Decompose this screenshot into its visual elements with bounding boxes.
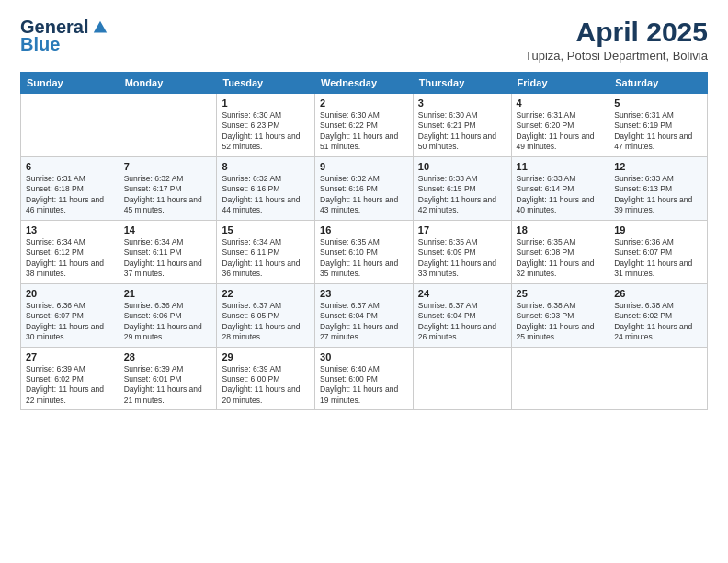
cell-info: Sunrise: 6:34 AM Sunset: 6:11 PM Dayligh… bbox=[124, 237, 212, 280]
cell-info: Sunrise: 6:30 AM Sunset: 6:22 PM Dayligh… bbox=[320, 110, 408, 153]
day-number: 4 bbox=[517, 98, 605, 109]
calendar-cell: 4Sunrise: 6:31 AM Sunset: 6:20 PM Daylig… bbox=[511, 94, 609, 157]
cell-info: Sunrise: 6:31 AM Sunset: 6:20 PM Dayligh… bbox=[517, 110, 605, 153]
cell-info: Sunrise: 6:32 AM Sunset: 6:17 PM Dayligh… bbox=[124, 174, 212, 216]
day-number: 29 bbox=[222, 351, 310, 362]
day-number: 15 bbox=[222, 224, 310, 236]
day-number: 17 bbox=[418, 224, 506, 236]
cell-info: Sunrise: 6:33 AM Sunset: 6:15 PM Dayligh… bbox=[418, 174, 506, 216]
calendar-cell: 21Sunrise: 6:36 AM Sunset: 6:06 PM Dayli… bbox=[119, 283, 217, 347]
calendar-cell: 17Sunrise: 6:35 AM Sunset: 6:09 PM Dayli… bbox=[413, 220, 511, 283]
logo-blue-text: Blue bbox=[20, 34, 60, 55]
calendar-cell: 1Sunrise: 6:30 AM Sunset: 6:23 PM Daylig… bbox=[217, 94, 315, 157]
day-number: 26 bbox=[614, 288, 702, 299]
cell-info: Sunrise: 6:31 AM Sunset: 6:18 PM Dayligh… bbox=[26, 174, 114, 216]
week-row-3: 13Sunrise: 6:34 AM Sunset: 6:12 PM Dayli… bbox=[21, 220, 708, 283]
day-number: 1 bbox=[222, 98, 310, 109]
day-number: 30 bbox=[320, 351, 408, 362]
calendar-cell bbox=[413, 347, 511, 410]
cell-info: Sunrise: 6:32 AM Sunset: 6:16 PM Dayligh… bbox=[222, 174, 310, 216]
cell-info: Sunrise: 6:35 AM Sunset: 6:09 PM Dayligh… bbox=[418, 237, 506, 280]
day-number: 24 bbox=[418, 288, 506, 299]
page: General Blue April 2025 Tupiza, Potosi D… bbox=[0, 0, 728, 563]
calendar-cell: 16Sunrise: 6:35 AM Sunset: 6:10 PM Dayli… bbox=[315, 220, 414, 283]
day-number: 7 bbox=[124, 161, 212, 172]
calendar-cell: 30Sunrise: 6:40 AM Sunset: 6:00 PM Dayli… bbox=[315, 347, 414, 410]
calendar-cell: 13Sunrise: 6:34 AM Sunset: 6:12 PM Dayli… bbox=[21, 220, 119, 283]
calendar-cell: 18Sunrise: 6:35 AM Sunset: 6:08 PM Dayli… bbox=[511, 220, 609, 283]
month-title: April 2025 bbox=[525, 17, 708, 47]
calendar-cell: 10Sunrise: 6:33 AM Sunset: 6:15 PM Dayli… bbox=[413, 156, 511, 220]
week-row-1: 1Sunrise: 6:30 AM Sunset: 6:23 PM Daylig… bbox=[21, 94, 708, 157]
calendar-cell: 23Sunrise: 6:37 AM Sunset: 6:04 PM Dayli… bbox=[315, 283, 414, 347]
logo-icon bbox=[92, 19, 108, 36]
cell-info: Sunrise: 6:33 AM Sunset: 6:14 PM Dayligh… bbox=[517, 174, 605, 216]
calendar-cell: 7Sunrise: 6:32 AM Sunset: 6:17 PM Daylig… bbox=[119, 156, 217, 220]
weekday-header-thursday: Thursday bbox=[413, 73, 511, 94]
cell-info: Sunrise: 6:33 AM Sunset: 6:13 PM Dayligh… bbox=[614, 174, 702, 216]
day-number: 2 bbox=[320, 98, 408, 109]
day-number: 27 bbox=[26, 351, 114, 362]
cell-info: Sunrise: 6:31 AM Sunset: 6:19 PM Dayligh… bbox=[614, 110, 702, 153]
calendar-cell: 22Sunrise: 6:37 AM Sunset: 6:05 PM Dayli… bbox=[217, 283, 315, 347]
logo: General Blue bbox=[20, 17, 108, 55]
calendar-table: SundayMondayTuesdayWednesdayThursdayFrid… bbox=[20, 72, 708, 410]
calendar-cell: 27Sunrise: 6:39 AM Sunset: 6:02 PM Dayli… bbox=[21, 347, 119, 410]
calendar-cell: 19Sunrise: 6:36 AM Sunset: 6:07 PM Dayli… bbox=[609, 220, 708, 283]
day-number: 20 bbox=[26, 288, 114, 299]
day-number: 19 bbox=[614, 224, 702, 236]
cell-info: Sunrise: 6:36 AM Sunset: 6:07 PM Dayligh… bbox=[26, 301, 114, 343]
cell-info: Sunrise: 6:36 AM Sunset: 6:06 PM Dayligh… bbox=[124, 301, 212, 343]
day-number: 13 bbox=[26, 224, 114, 236]
title-block: April 2025 Tupiza, Potosi Department, Bo… bbox=[525, 17, 708, 63]
day-number: 5 bbox=[614, 98, 702, 109]
weekday-header-saturday: Saturday bbox=[609, 73, 708, 94]
week-row-5: 27Sunrise: 6:39 AM Sunset: 6:02 PM Dayli… bbox=[21, 347, 708, 410]
calendar-cell: 9Sunrise: 6:32 AM Sunset: 6:16 PM Daylig… bbox=[315, 156, 414, 220]
calendar-cell: 14Sunrise: 6:34 AM Sunset: 6:11 PM Dayli… bbox=[119, 220, 217, 283]
calendar-cell: 2Sunrise: 6:30 AM Sunset: 6:22 PM Daylig… bbox=[315, 94, 414, 157]
day-number: 14 bbox=[124, 224, 212, 236]
day-number: 21 bbox=[124, 288, 212, 299]
calendar-cell: 26Sunrise: 6:38 AM Sunset: 6:02 PM Dayli… bbox=[609, 283, 708, 347]
weekday-header-monday: Monday bbox=[119, 73, 217, 94]
day-number: 3 bbox=[418, 98, 506, 109]
day-number: 12 bbox=[614, 161, 702, 172]
calendar-cell: 12Sunrise: 6:33 AM Sunset: 6:13 PM Dayli… bbox=[609, 156, 708, 220]
day-number: 6 bbox=[26, 161, 114, 172]
weekday-header-row: SundayMondayTuesdayWednesdayThursdayFrid… bbox=[21, 73, 708, 94]
calendar-cell: 6Sunrise: 6:31 AM Sunset: 6:18 PM Daylig… bbox=[21, 156, 119, 220]
calendar-cell bbox=[511, 347, 609, 410]
calendar-cell: 25Sunrise: 6:38 AM Sunset: 6:03 PM Dayli… bbox=[511, 283, 609, 347]
cell-info: Sunrise: 6:30 AM Sunset: 6:23 PM Dayligh… bbox=[222, 110, 310, 153]
header: General Blue April 2025 Tupiza, Potosi D… bbox=[20, 17, 708, 63]
cell-info: Sunrise: 6:34 AM Sunset: 6:12 PM Dayligh… bbox=[26, 237, 114, 280]
day-number: 9 bbox=[320, 161, 408, 172]
cell-info: Sunrise: 6:35 AM Sunset: 6:08 PM Dayligh… bbox=[517, 237, 605, 280]
cell-info: Sunrise: 6:35 AM Sunset: 6:10 PM Dayligh… bbox=[320, 237, 408, 280]
day-number: 28 bbox=[124, 351, 212, 362]
calendar-cell: 20Sunrise: 6:36 AM Sunset: 6:07 PM Dayli… bbox=[21, 283, 119, 347]
day-number: 10 bbox=[418, 161, 506, 172]
weekday-header-sunday: Sunday bbox=[21, 73, 119, 94]
cell-info: Sunrise: 6:37 AM Sunset: 6:05 PM Dayligh… bbox=[222, 301, 310, 343]
calendar-cell: 3Sunrise: 6:30 AM Sunset: 6:21 PM Daylig… bbox=[413, 94, 511, 157]
location-subtitle: Tupiza, Potosi Department, Bolivia bbox=[525, 49, 708, 63]
day-number: 23 bbox=[320, 288, 408, 299]
cell-info: Sunrise: 6:37 AM Sunset: 6:04 PM Dayligh… bbox=[418, 301, 506, 343]
calendar-cell: 29Sunrise: 6:39 AM Sunset: 6:00 PM Dayli… bbox=[217, 347, 315, 410]
day-number: 16 bbox=[320, 224, 408, 236]
day-number: 8 bbox=[222, 161, 310, 172]
calendar-cell: 11Sunrise: 6:33 AM Sunset: 6:14 PM Dayli… bbox=[511, 156, 609, 220]
day-number: 25 bbox=[517, 288, 605, 299]
weekday-header-wednesday: Wednesday bbox=[315, 73, 414, 94]
cell-info: Sunrise: 6:39 AM Sunset: 6:01 PM Dayligh… bbox=[124, 364, 212, 407]
weekday-header-tuesday: Tuesday bbox=[217, 73, 315, 94]
day-number: 18 bbox=[517, 224, 605, 236]
calendar-cell: 8Sunrise: 6:32 AM Sunset: 6:16 PM Daylig… bbox=[217, 156, 315, 220]
day-number: 22 bbox=[222, 288, 310, 299]
cell-info: Sunrise: 6:32 AM Sunset: 6:16 PM Dayligh… bbox=[320, 174, 408, 216]
cell-info: Sunrise: 6:34 AM Sunset: 6:11 PM Dayligh… bbox=[222, 237, 310, 280]
calendar-cell: 5Sunrise: 6:31 AM Sunset: 6:19 PM Daylig… bbox=[609, 94, 708, 157]
weekday-header-friday: Friday bbox=[511, 73, 609, 94]
